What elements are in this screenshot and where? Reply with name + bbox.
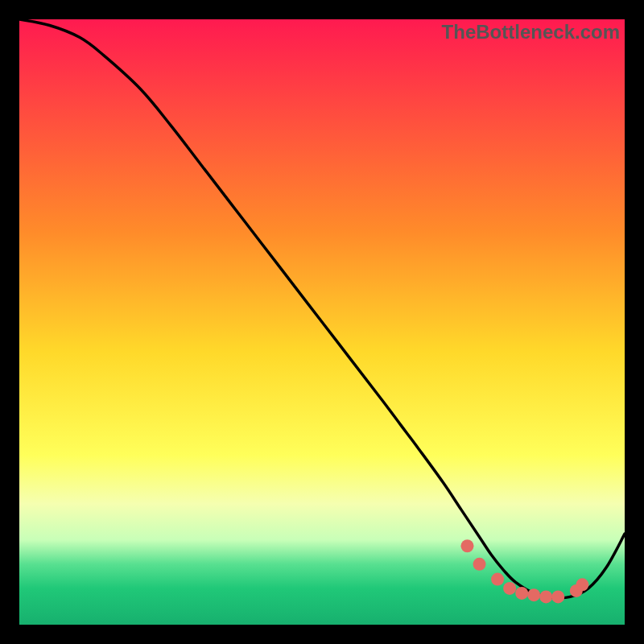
watermark-text: TheBottleneck.com: [442, 21, 620, 43]
chart-frame: TheBottleneck.com: [0, 0, 644, 644]
marker-dot: [491, 573, 504, 586]
plot-area: TheBottleneck.com: [19, 19, 625, 625]
marker-dot: [576, 578, 588, 591]
marker-dot: [460, 539, 473, 552]
chart-svg: [19, 19, 625, 625]
marker-dot: [473, 558, 486, 571]
marker-dot: [539, 590, 552, 603]
marker-dot: [551, 590, 564, 603]
marker-dot: [527, 588, 540, 601]
marker-dot: [515, 587, 528, 600]
marker-dot: [503, 582, 516, 595]
